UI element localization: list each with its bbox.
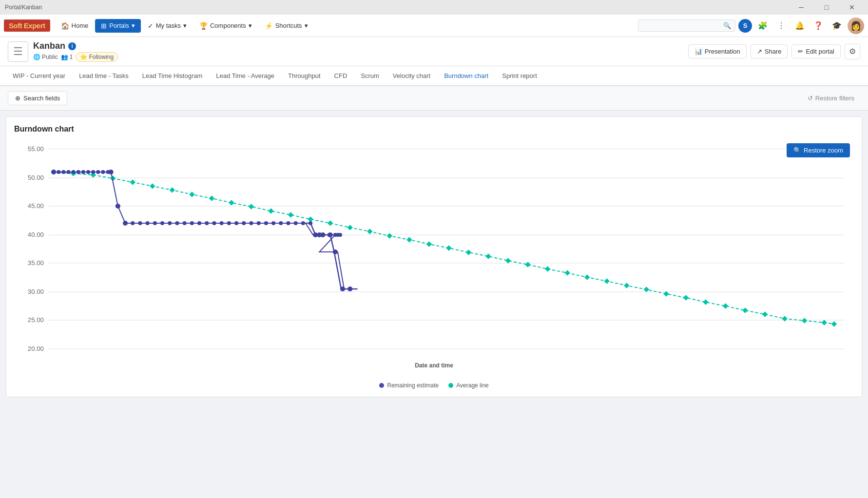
following-badge[interactable]: ⭐ Following — [76, 52, 118, 62]
svg-rect-31 — [347, 225, 352, 230]
tab-leadtime-average[interactable]: Lead Time - Average — [209, 66, 281, 86]
svg-rect-38 — [485, 253, 491, 259]
svg-text:30.00: 30.00 — [28, 288, 44, 295]
svg-point-62 — [77, 170, 80, 174]
edit-portal-button[interactable]: ✏ Edit portal — [791, 44, 841, 58]
global-search-box[interactable]: 🔍 — [638, 19, 735, 32]
help-button[interactable]: ❓ — [810, 18, 826, 34]
shortcuts-label: Shortcuts — [275, 22, 302, 29]
mytasks-nav-button[interactable]: ✓ My tasks ▾ — [142, 19, 193, 33]
svg-rect-51 — [742, 307, 748, 313]
svg-rect-37 — [466, 249, 471, 255]
tab-sprint-label: Sprint report — [502, 72, 537, 79]
restore-zoom-label: Restore zoom — [804, 147, 843, 154]
tabs-bar: WIP - Current year Lead time - Tasks Lea… — [0, 66, 868, 86]
svg-point-77 — [168, 221, 172, 225]
kanban-meta: 🌐 Public 👥 1 ⭐ Following — [33, 52, 118, 62]
tab-throughput[interactable]: Throughput — [281, 66, 328, 86]
share-label: Share — [765, 48, 782, 55]
svg-rect-34 — [406, 237, 412, 242]
svg-rect-30 — [328, 220, 333, 226]
x-axis-label: Date and time — [14, 362, 854, 369]
tab-leadtime-tasks[interactable]: Lead time - Tasks — [72, 66, 135, 86]
svg-rect-42 — [564, 270, 570, 275]
svg-rect-28 — [288, 212, 293, 217]
components-nav-button[interactable]: 🏆 Components ▾ — [193, 19, 258, 33]
check-icon: ✓ — [148, 22, 154, 30]
logo-s: S — [9, 21, 14, 30]
portals-label: Portals — [109, 22, 129, 29]
share-button[interactable]: ↗ Share — [751, 44, 788, 58]
hat-button[interactable]: 🎓 — [829, 18, 845, 34]
tab-cfd[interactable]: CFD — [328, 66, 354, 86]
restore-filters-button[interactable]: ↺ Restore filters — [802, 92, 860, 105]
components-label: Components — [210, 22, 246, 29]
svg-point-93 — [286, 221, 290, 225]
tab-velocity-label: Velocity chart — [393, 72, 430, 79]
portals-nav-button[interactable]: ⊞ Portals ▾ — [95, 19, 140, 33]
nav-right: 🔍 S 🧩 ⋮ 🔔 ❓ 🎓 👩 — [638, 18, 864, 34]
title-bar: Portal/Kanban ─ □ ✕ — [0, 0, 868, 15]
tab-sprint[interactable]: Sprint report — [495, 66, 544, 86]
breadcrumb-left: ☰ Kanban i 🌐 Public 👥 1 ⭐ Following — [8, 41, 118, 62]
svg-point-85 — [227, 221, 231, 225]
svg-point-78 — [175, 221, 179, 225]
svg-point-87 — [242, 221, 246, 225]
maximize-button[interactable]: □ — [815, 0, 838, 15]
presentation-label: Presentation — [705, 48, 740, 55]
legend-remaining-label: Remaining estimate — [387, 382, 439, 389]
tab-scrum[interactable]: Scrum — [354, 66, 386, 86]
svg-rect-46 — [644, 287, 649, 292]
restore-filters-label: Restore filters — [815, 95, 854, 102]
close-button[interactable]: ✕ — [841, 0, 863, 15]
share-icon: ↗ — [757, 48, 762, 55]
more-options-button[interactable]: ⋮ — [773, 18, 789, 34]
svg-point-89 — [257, 221, 261, 225]
svg-rect-32 — [367, 229, 372, 234]
presentation-button[interactable]: 📊 Presentation — [688, 44, 747, 58]
svg-point-102 — [338, 233, 342, 237]
minimize-button[interactable]: ─ — [790, 0, 812, 15]
svg-point-67 — [101, 170, 105, 174]
info-icon[interactable]: i — [68, 42, 76, 50]
tab-leadtime-histogram-label: Lead Time Histogram — [142, 72, 203, 79]
svg-rect-21 — [150, 183, 155, 189]
home-nav-button[interactable]: 🏠 Home — [55, 19, 95, 33]
svg-point-58 — [57, 170, 60, 174]
chart-container: Burndown chart 🔍 Restore zoom 55.00 50.0… — [6, 116, 862, 397]
components-icon: 🏆 — [199, 22, 208, 30]
zoom-icon: 🔍 — [793, 147, 801, 154]
svg-point-59 — [61, 170, 65, 174]
svg-rect-54 — [802, 318, 807, 323]
shortcuts-nav-button[interactable]: ⚡ Shortcuts ▾ — [259, 19, 314, 33]
tab-burndown[interactable]: Burndown chart — [437, 66, 495, 86]
puzzle-icon-button[interactable]: 🧩 — [755, 18, 771, 34]
notification-button[interactable]: 🔔 — [792, 18, 808, 34]
search-fields-button[interactable]: ⊕ Search fields — [8, 91, 67, 105]
mytasks-label: My tasks — [156, 22, 181, 29]
svg-rect-22 — [170, 187, 175, 192]
svg-text:40.00: 40.00 — [28, 231, 44, 238]
global-search-input[interactable] — [642, 22, 723, 29]
avatar[interactable]: 👩 — [848, 18, 864, 34]
members-icon: 👥 — [61, 54, 68, 60]
svg-point-76 — [160, 221, 164, 225]
tab-wip[interactable]: WIP - Current year — [6, 66, 72, 86]
search-icon: 🔍 — [723, 22, 731, 29]
svg-rect-33 — [387, 233, 392, 238]
settings-button[interactable]: ⚙ — [845, 44, 860, 59]
svg-point-83 — [212, 221, 216, 225]
svg-text:50.00: 50.00 — [28, 174, 44, 181]
restore-zoom-button[interactable]: 🔍 Restore zoom — [787, 143, 850, 157]
tab-velocity[interactable]: Velocity chart — [386, 66, 437, 86]
svg-point-60 — [66, 170, 70, 174]
home-label: Home — [72, 22, 89, 29]
tab-leadtime-histogram[interactable]: Lead Time Histogram — [135, 66, 210, 86]
window-controls: ─ □ ✕ — [790, 0, 863, 15]
svg-point-91 — [271, 221, 275, 225]
edit-portal-label: Edit portal — [806, 48, 834, 55]
svg-point-64 — [86, 170, 90, 174]
portals-dropdown-icon: ▾ — [132, 22, 135, 29]
legend-blue-dot — [379, 383, 384, 388]
logo: Soft Expert — [4, 19, 50, 32]
